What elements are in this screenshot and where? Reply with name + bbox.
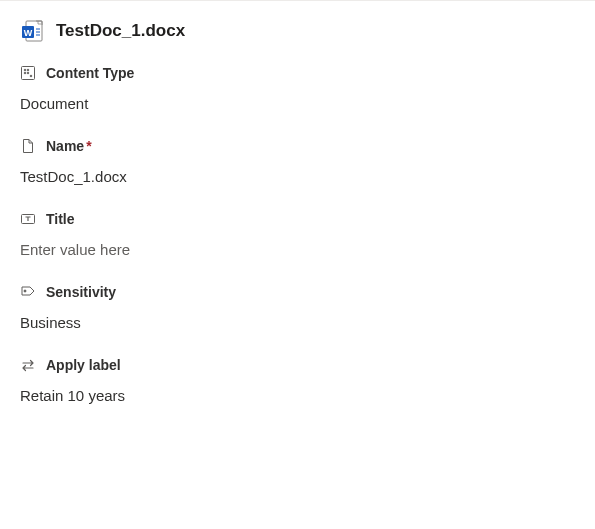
svg-point-7 bbox=[24, 69, 26, 71]
content-type-icon bbox=[20, 65, 36, 81]
name-label: Name* bbox=[46, 138, 92, 154]
field-content-type: Content Type Document bbox=[20, 65, 575, 112]
word-document-icon: W bbox=[20, 19, 44, 43]
tag-icon bbox=[20, 284, 36, 300]
field-label-row: Name* bbox=[20, 138, 575, 154]
field-apply-label: Apply label Retain 10 years bbox=[20, 357, 575, 404]
title-value[interactable]: Enter value here bbox=[20, 241, 575, 258]
field-label-row: Sensitivity bbox=[20, 284, 575, 300]
field-name: Name* TestDoc_1.docx bbox=[20, 138, 575, 185]
svg-point-11 bbox=[30, 75, 32, 77]
svg-point-10 bbox=[27, 72, 29, 74]
content-type-label: Content Type bbox=[46, 65, 134, 81]
apply-label-label: Apply label bbox=[46, 357, 121, 373]
svg-point-8 bbox=[27, 69, 29, 71]
file-title: TestDoc_1.docx bbox=[56, 21, 185, 41]
field-label-row: Content Type bbox=[20, 65, 575, 81]
sensitivity-value[interactable]: Business bbox=[20, 314, 575, 331]
field-label-row: Title bbox=[20, 211, 575, 227]
svg-point-9 bbox=[24, 72, 26, 74]
title-label: Title bbox=[46, 211, 75, 227]
sensitivity-label: Sensitivity bbox=[46, 284, 116, 300]
apply-label-value[interactable]: Retain 10 years bbox=[20, 387, 575, 404]
field-title: Title Enter value here bbox=[20, 211, 575, 258]
content-type-value[interactable]: Document bbox=[20, 95, 575, 112]
properties-panel: W TestDoc_1.docx Content Type Do bbox=[0, 1, 595, 448]
name-value[interactable]: TestDoc_1.docx bbox=[20, 168, 575, 185]
field-sensitivity: Sensitivity Business bbox=[20, 284, 575, 331]
svg-point-13 bbox=[24, 290, 26, 292]
svg-text:W: W bbox=[24, 28, 33, 38]
document-icon bbox=[20, 138, 36, 154]
text-icon bbox=[20, 211, 36, 227]
field-label-row: Apply label bbox=[20, 357, 575, 373]
file-header: W TestDoc_1.docx bbox=[20, 19, 575, 43]
swap-arrows-icon bbox=[20, 357, 36, 373]
name-label-text: Name bbox=[46, 138, 84, 154]
required-indicator: * bbox=[86, 138, 91, 154]
